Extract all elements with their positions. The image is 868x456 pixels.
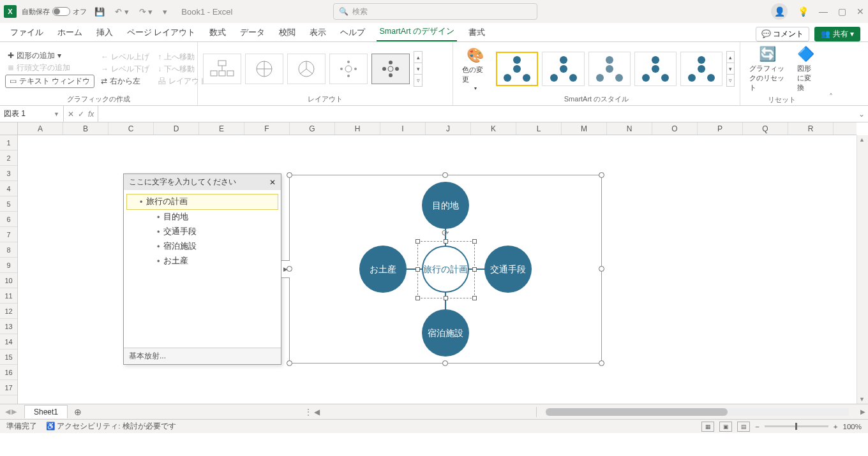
column-header[interactable]: Q	[743, 122, 788, 135]
search-box[interactable]: 🔍 検索	[333, 3, 537, 20]
tab-review[interactable]: 校閲	[276, 24, 298, 41]
cancel-formula-icon[interactable]: ✕	[68, 110, 74, 119]
tab-page-layout[interactable]: ページ レイアウト	[124, 24, 198, 41]
column-header[interactable]: I	[380, 122, 426, 135]
row-headers[interactable]: 1234567891011121314151617	[0, 135, 18, 404]
column-header[interactable]: N	[607, 122, 652, 135]
column-header[interactable]: J	[426, 122, 471, 135]
convert-to-shapes-button[interactable]: 🔷図形に変換	[793, 45, 818, 94]
share-button[interactable]: 👥 共有 ▾	[814, 27, 860, 41]
tab-home[interactable]: ホーム	[55, 24, 85, 41]
tab-help[interactable]: ヘルプ	[338, 24, 368, 41]
style-gallery-spinner[interactable]: ▴▾▿	[726, 51, 735, 87]
text-window-button[interactable]: ▭ テキスト ウィンドウ	[5, 75, 94, 88]
smartart-object[interactable]: ▶ 目的地 交通手段 宿泊施設 お土産 ⟳ 旅行の計画	[289, 175, 602, 364]
sheet-tab-sheet1[interactable]: Sheet1	[24, 405, 68, 418]
tab-file[interactable]: ファイル	[8, 24, 46, 41]
view-page-break-button[interactable]: ▤	[737, 422, 750, 432]
text-pane-body[interactable]: •旅行の計画•目的地•交通手段•宿泊施設•お土産	[124, 190, 281, 348]
layout-option-3[interactable]	[287, 54, 326, 84]
row-header[interactable]: 5	[0, 196, 17, 212]
row-header[interactable]: 14	[0, 334, 17, 349]
row-header[interactable]: 9	[0, 258, 17, 273]
node-handle[interactable]	[444, 296, 448, 300]
column-header[interactable]: E	[199, 122, 244, 135]
node-handle[interactable]	[444, 239, 448, 244]
text-pane-item[interactable]: •お土産	[126, 254, 278, 268]
sheet-scroll-menu[interactable]: ⋮ ◀	[301, 408, 324, 416]
zoom-slider[interactable]	[765, 425, 828, 427]
row-header[interactable]: 7	[0, 227, 17, 242]
tab-smartart-design[interactable]: SmartArt のデザイン	[377, 23, 457, 41]
rotate-handle-icon[interactable]: ⟳	[442, 228, 449, 238]
redo-icon[interactable]: ↷ ▾	[137, 7, 156, 17]
column-header[interactable]: R	[788, 122, 834, 135]
text-pane-item[interactable]: •宿泊施設	[126, 239, 278, 254]
text-pane-close-icon[interactable]: ✕	[269, 178, 276, 187]
text-pane-item[interactable]: •交通手段	[126, 224, 278, 239]
right-to-left-button[interactable]: ⇄ 右から左	[98, 76, 152, 87]
formula-input[interactable]	[98, 106, 855, 122]
maximize-button[interactable]: ▢	[838, 6, 846, 17]
smartart-node-left[interactable]: お土産	[359, 246, 407, 293]
zoom-in-button[interactable]: +	[834, 423, 838, 430]
accept-formula-icon[interactable]: ✓	[78, 110, 84, 119]
change-colors-button[interactable]: 🎨色の変更▾	[458, 46, 492, 92]
formula-expand-button[interactable]: ⌄	[855, 106, 868, 122]
column-headers[interactable]: ABCDEFGHIJKLMNOPQR	[18, 122, 857, 135]
column-header[interactable]: M	[562, 122, 607, 135]
style-option-3[interactable]	[588, 52, 631, 86]
column-header[interactable]: A	[18, 122, 63, 135]
add-sheet-button[interactable]: ⊕	[68, 407, 88, 417]
layout-option-5-selected[interactable]	[371, 54, 410, 84]
save-icon[interactable]: 💾	[92, 7, 107, 17]
column-header[interactable]: C	[108, 122, 154, 135]
autosave-switch[interactable]	[52, 7, 70, 16]
row-header[interactable]: 13	[0, 319, 17, 334]
layout-option-4[interactable]	[329, 54, 368, 84]
view-normal-button[interactable]: ▦	[701, 422, 714, 432]
minimize-button[interactable]: —	[819, 6, 828, 17]
column-header[interactable]: D	[154, 122, 199, 135]
add-shape-button[interactable]: ✚ 図形の追加 ▾	[5, 50, 94, 61]
smartart-node-top[interactable]: 目的地	[422, 182, 469, 229]
sheet-nav-buttons[interactable]: ◀▶	[0, 408, 22, 416]
ribbon-collapse-button[interactable]: ˄	[823, 42, 839, 105]
zoom-level[interactable]: 100%	[843, 423, 862, 430]
text-pane-item[interactable]: •目的地	[126, 210, 278, 224]
qat-more-icon[interactable]: ▾	[160, 7, 170, 17]
node-handle[interactable]	[472, 296, 477, 300]
zoom-out-button[interactable]: −	[755, 423, 760, 430]
vertical-scrollbar[interactable]	[857, 135, 868, 404]
row-header[interactable]: 4	[0, 181, 17, 196]
accessibility-status[interactable]: ♿ アクセシビリティ: 検討が必要です	[46, 422, 176, 431]
style-option-2[interactable]	[542, 52, 584, 86]
autosave-toggle[interactable]: 自動保存 オフ	[22, 7, 87, 17]
undo-icon[interactable]: ↶ ▾	[112, 7, 131, 17]
cells-area[interactable]: ここに文字を入力してください ✕ •旅行の計画•目的地•交通手段•宿泊施設•お土…	[18, 135, 857, 404]
row-header[interactable]: 2	[0, 151, 17, 166]
column-header[interactable]: G	[290, 122, 335, 135]
layout-gallery-spinner[interactable]: ▴▾▿	[414, 51, 423, 87]
name-box[interactable]: 図表 1▼	[0, 106, 64, 122]
row-header[interactable]: 15	[0, 349, 17, 365]
column-header[interactable]: P	[698, 122, 743, 135]
column-header[interactable]: B	[63, 122, 108, 135]
close-button[interactable]: ✕	[857, 6, 864, 17]
row-header[interactable]: 12	[0, 304, 17, 319]
view-page-layout-button[interactable]: ▣	[719, 422, 732, 432]
column-header[interactable]: L	[516, 122, 562, 135]
text-pane-header[interactable]: ここに文字を入力してください ✕	[124, 174, 281, 190]
style-option-4[interactable]	[634, 52, 677, 86]
tab-data[interactable]: データ	[237, 24, 267, 41]
style-option-1-selected[interactable]	[496, 52, 538, 86]
row-header[interactable]: 8	[0, 242, 17, 258]
row-header[interactable]: 11	[0, 288, 17, 304]
layout-option-1[interactable]	[203, 54, 241, 84]
text-pane-item[interactable]: •旅行の計画	[126, 194, 278, 210]
row-header[interactable]: 6	[0, 212, 17, 227]
tab-view[interactable]: 表示	[307, 24, 329, 41]
node-handle[interactable]	[415, 267, 420, 272]
reset-graphic-button[interactable]: 🔄グラフィックのリセット	[745, 45, 789, 94]
layout-option-2[interactable]	[245, 54, 283, 84]
